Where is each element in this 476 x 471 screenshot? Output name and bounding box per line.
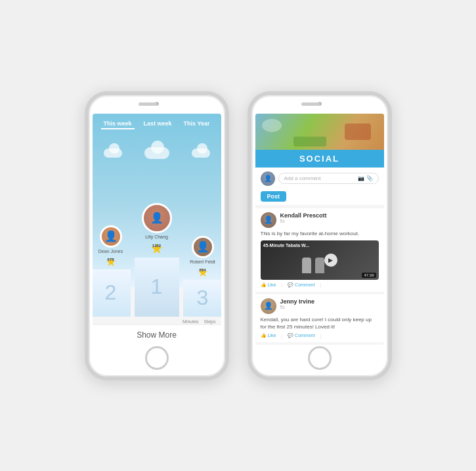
social-screen: SOCIAL 👤 Add a comment 📷 📎 Post 👤	[255, 114, 384, 345]
social-hero-image	[255, 114, 384, 150]
avatar-jenny: 👤	[261, 298, 276, 314]
social-content-area: SOCIAL 👤 Add a comment 📷 📎 Post 👤	[255, 114, 384, 345]
camera-icon[interactable]: 📷	[358, 175, 364, 181]
podium-area: 👤 Dean Jones ★ 678 2 👤 Lilly Chang ★	[93, 137, 221, 317]
col-steps: Steps	[204, 319, 216, 324]
tab-this-week[interactable]: This week	[101, 119, 135, 129]
feed-meta-1: Jenny Irvine 5c	[280, 298, 379, 309]
show-more-label: Show More	[137, 330, 177, 340]
attachment-icon[interactable]: 📎	[366, 175, 373, 181]
name-dean: Dean Jones	[98, 249, 123, 254]
feed-name-0: Kendall Prescott	[280, 212, 379, 219]
podium-3rd: 👤 Robert Feldt ★ 654 3	[183, 236, 221, 317]
feed-meta-0: Kendall Prescott 5c	[280, 212, 379, 223]
feed-header-1: 👤 Jenny Irvine 5c	[261, 298, 379, 314]
feed-actions-0: 👍 Like | 💬 Comment |	[261, 282, 379, 288]
comment-placeholder: Add a comment	[284, 175, 321, 181]
tabs-row: This week Last week This Year	[93, 114, 221, 132]
comment-icons: 📷 📎	[358, 175, 373, 181]
block-1st: 1	[135, 258, 179, 317]
video-duration: 47:39	[362, 273, 376, 278]
feed-text-0: This is by far my favorite at-home worko…	[261, 230, 379, 237]
comment-input-area: 👤 Add a comment 📷 📎	[255, 168, 384, 187]
name-lilly: Lilly Chang	[145, 235, 168, 239]
feed-item-1: 👤 Jenny Irvine 5c Kendall, you are hard …	[255, 294, 384, 342]
rank-1: 1	[151, 275, 163, 299]
block-3rd: 3	[183, 280, 221, 317]
score-lilly: 1202	[152, 244, 161, 248]
feed-time-1: 5c	[280, 305, 379, 309]
score-dean: 678	[107, 258, 114, 261]
video-thumb-0[interactable]: 45-Minute Tabata W... ▶ 47:39	[261, 240, 379, 280]
left-phone: This week Last week This Year 👤 Dean Jon…	[85, 91, 229, 380]
block-2nd: 2	[93, 269, 131, 317]
comment-btn-1[interactable]: 💬 Comment	[288, 333, 314, 338]
speaker-right	[301, 102, 320, 106]
comment-btn-0[interactable]: 💬 Comment	[288, 282, 314, 288]
current-user-avatar: 👤	[261, 171, 275, 186]
play-button[interactable]: ▶	[324, 254, 337, 267]
feed-actions-1: 👍 Like | 💬 Comment |	[261, 333, 379, 338]
social-title: SOCIAL	[255, 150, 384, 168]
feed-time-0: 5c	[280, 219, 379, 223]
feed-text-1: Kendall, you are hard core! I could only…	[261, 316, 379, 330]
feed-name-1: Jenny Irvine	[280, 298, 379, 305]
video-title: 45-Minute Tabata W...	[263, 243, 310, 248]
tab-this-year[interactable]: This Year	[181, 119, 213, 129]
feed-item-0: 👤 Kendall Prescott 5c This is by far my …	[255, 208, 384, 292]
avatar-robert: 👤	[192, 236, 214, 258]
comment-input-box[interactable]: Add a comment 📷 📎	[278, 173, 379, 184]
post-btn-row: Post	[255, 187, 384, 205]
score-robert: 654	[199, 268, 206, 272]
tab-last-week[interactable]: Last week	[141, 119, 175, 129]
avatar-kendall: 👤	[261, 212, 276, 228]
post-button[interactable]: Post	[261, 191, 287, 202]
leaderboard-bg: This week Last week This Year 👤 Dean Jon…	[93, 114, 221, 345]
name-robert: Robert Feldt	[190, 259, 215, 264]
speaker	[139, 102, 157, 106]
podium-1st: 👤 Lilly Chang ★ 1202 1	[135, 203, 179, 317]
show-more-bar[interactable]: Show More	[93, 325, 221, 345]
like-btn-1[interactable]: 👍 Like	[261, 333, 276, 338]
feed-header-0: 👤 Kendall Prescott 5c	[261, 212, 379, 228]
leaderboard-screen: This week Last week This Year 👤 Dean Jon…	[93, 114, 221, 345]
avatar-dean: 👤	[100, 225, 122, 248]
rank-3: 3	[197, 286, 209, 310]
right-phone: SOCIAL 👤 Add a comment 📷 📎 Post 👤	[248, 91, 392, 380]
like-btn-0[interactable]: 👍 Like	[261, 282, 276, 288]
rank-2: 2	[105, 280, 117, 305]
col-minutes: Minutes	[183, 319, 199, 324]
podium-2nd: 👤 Dean Jones ★ 678 2	[93, 225, 131, 317]
avatar-lilly: 👤	[142, 203, 172, 233]
